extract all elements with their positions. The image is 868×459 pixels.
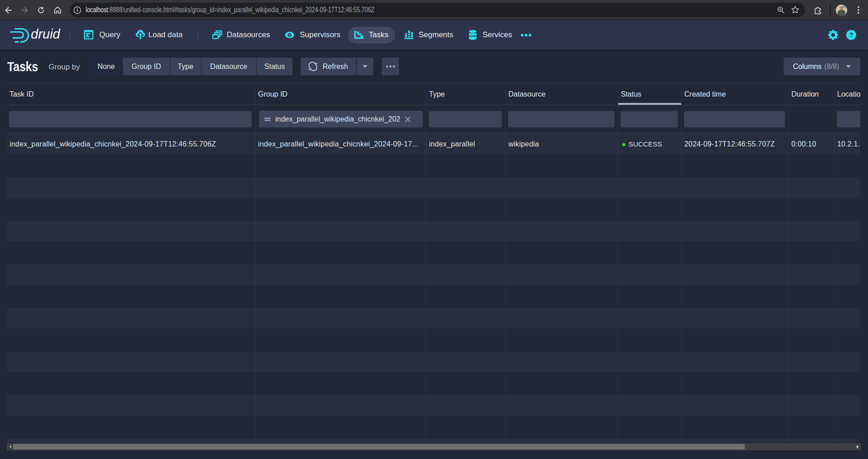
svg-text:?: ?	[849, 31, 853, 39]
